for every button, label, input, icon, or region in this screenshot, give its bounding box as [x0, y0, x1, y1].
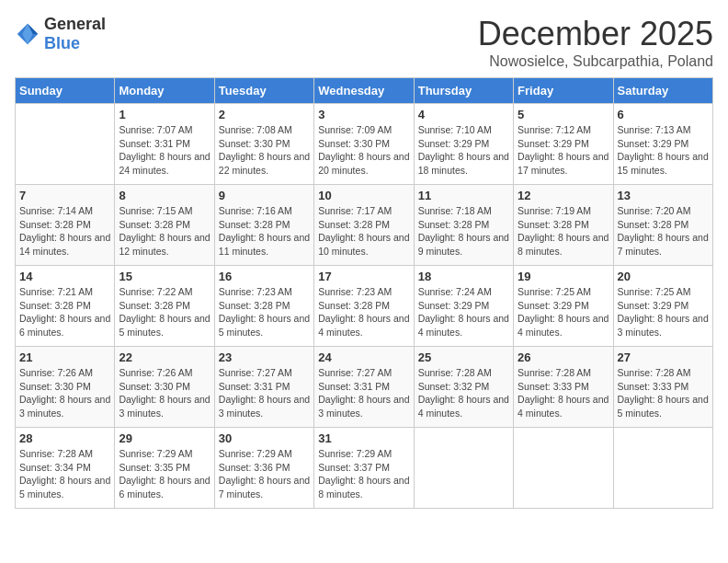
calendar-week-row: 28Sunrise: 7:28 AMSunset: 3:34 PMDayligh…: [16, 428, 713, 509]
calendar-cell: 30Sunrise: 7:29 AMSunset: 3:36 PMDayligh…: [214, 428, 313, 509]
day-number: 25: [418, 350, 509, 364]
weekday-header-thursday: Thursday: [414, 78, 513, 104]
day-info: Sunrise: 7:10 AMSunset: 3:29 PMDaylight:…: [418, 123, 509, 178]
day-info: Sunrise: 7:26 AMSunset: 3:30 PMDaylight:…: [119, 366, 210, 420]
calendar-cell: 25Sunrise: 7:28 AMSunset: 3:32 PMDayligh…: [414, 347, 513, 428]
calendar-week-row: 21Sunrise: 7:26 AMSunset: 3:30 PMDayligh…: [16, 347, 713, 428]
logo: General Blue: [15, 15, 106, 53]
calendar-cell: 11Sunrise: 7:18 AMSunset: 3:28 PMDayligh…: [414, 185, 513, 266]
logo-general: General: [44, 15, 106, 33]
calendar-cell: 7Sunrise: 7:14 AMSunset: 3:28 PMDaylight…: [16, 185, 115, 266]
calendar-cell: 16Sunrise: 7:23 AMSunset: 3:28 PMDayligh…: [214, 266, 313, 347]
day-info: Sunrise: 7:09 AMSunset: 3:30 PMDaylight:…: [318, 123, 409, 178]
calendar-cell: 8Sunrise: 7:15 AMSunset: 3:28 PMDaylight…: [115, 185, 214, 266]
location-title: Nowosielce, Subcarpathia, Poland: [478, 53, 713, 70]
day-info: Sunrise: 7:21 AMSunset: 3:28 PMDaylight:…: [19, 285, 110, 339]
day-info: Sunrise: 7:24 AMSunset: 3:29 PMDaylight:…: [418, 285, 509, 339]
calendar-cell: 18Sunrise: 7:24 AMSunset: 3:29 PMDayligh…: [414, 266, 513, 347]
calendar-week-row: 7Sunrise: 7:14 AMSunset: 3:28 PMDaylight…: [16, 185, 713, 266]
weekday-header-friday: Friday: [514, 78, 613, 104]
day-info: Sunrise: 7:28 AMSunset: 3:33 PMDaylight:…: [518, 366, 609, 420]
calendar-cell: 12Sunrise: 7:19 AMSunset: 3:28 PMDayligh…: [514, 185, 613, 266]
calendar-cell: 3Sunrise: 7:09 AMSunset: 3:30 PMDaylight…: [314, 104, 414, 185]
day-number: 5: [518, 108, 609, 121]
calendar-week-row: 14Sunrise: 7:21 AMSunset: 3:28 PMDayligh…: [16, 266, 713, 347]
calendar-cell: 1Sunrise: 7:07 AMSunset: 3:31 PMDaylight…: [115, 104, 214, 185]
page-header: General Blue December 2025 Nowosielce, S…: [15, 15, 713, 70]
weekday-header-monday: Monday: [115, 78, 214, 104]
day-number: 16: [219, 270, 310, 283]
day-number: 22: [119, 350, 210, 364]
day-number: 20: [618, 270, 709, 283]
calendar-table: SundayMondayTuesdayWednesdayThursdayFrid…: [15, 77, 713, 509]
day-info: Sunrise: 7:14 AMSunset: 3:28 PMDaylight:…: [19, 204, 110, 259]
day-number: 1: [119, 108, 210, 121]
day-info: Sunrise: 7:07 AMSunset: 3:31 PMDaylight:…: [119, 123, 210, 178]
day-info: Sunrise: 7:25 AMSunset: 3:29 PMDaylight:…: [618, 285, 709, 339]
day-number: 30: [219, 431, 310, 445]
day-info: Sunrise: 7:26 AMSunset: 3:30 PMDaylight:…: [19, 366, 110, 420]
day-info: Sunrise: 7:29 AMSunset: 3:36 PMDaylight:…: [219, 447, 310, 501]
day-info: Sunrise: 7:28 AMSunset: 3:32 PMDaylight:…: [418, 366, 509, 420]
day-info: Sunrise: 7:28 AMSunset: 3:34 PMDaylight:…: [19, 447, 110, 501]
day-info: Sunrise: 7:27 AMSunset: 3:31 PMDaylight:…: [219, 366, 310, 420]
logo-blue: Blue: [44, 34, 80, 52]
day-number: 4: [418, 108, 509, 121]
day-info: Sunrise: 7:25 AMSunset: 3:29 PMDaylight:…: [518, 285, 609, 339]
day-number: 6: [618, 108, 709, 121]
day-number: 21: [19, 350, 110, 364]
calendar-cell: 9Sunrise: 7:16 AMSunset: 3:28 PMDaylight…: [214, 185, 313, 266]
day-info: Sunrise: 7:16 AMSunset: 3:28 PMDaylight:…: [219, 204, 310, 259]
day-number: 8: [119, 189, 210, 202]
day-number: 13: [618, 189, 709, 202]
day-number: 3: [318, 108, 409, 121]
day-info: Sunrise: 7:12 AMSunset: 3:29 PMDaylight:…: [518, 123, 609, 178]
logo-text: General Blue: [44, 15, 106, 53]
day-info: Sunrise: 7:08 AMSunset: 3:30 PMDaylight:…: [219, 123, 310, 178]
day-number: 11: [418, 189, 509, 202]
calendar-cell: [16, 104, 115, 185]
weekday-header-row: SundayMondayTuesdayWednesdayThursdayFrid…: [16, 78, 713, 104]
weekday-header-sunday: Sunday: [16, 78, 115, 104]
day-info: Sunrise: 7:19 AMSunset: 3:28 PMDaylight:…: [518, 204, 609, 259]
day-number: 7: [19, 189, 110, 202]
day-number: 15: [119, 270, 210, 283]
day-number: 29: [119, 431, 210, 445]
calendar-cell: [514, 428, 613, 509]
day-info: Sunrise: 7:29 AMSunset: 3:35 PMDaylight:…: [119, 447, 210, 501]
day-number: 9: [219, 189, 310, 202]
calendar-cell: 19Sunrise: 7:25 AMSunset: 3:29 PMDayligh…: [514, 266, 613, 347]
month-title: December 2025: [478, 15, 713, 53]
day-number: 14: [19, 270, 110, 283]
calendar-cell: 14Sunrise: 7:21 AMSunset: 3:28 PMDayligh…: [16, 266, 115, 347]
day-info: Sunrise: 7:13 AMSunset: 3:29 PMDaylight:…: [618, 123, 709, 178]
day-info: Sunrise: 7:23 AMSunset: 3:28 PMDaylight:…: [318, 285, 409, 339]
calendar-cell: 27Sunrise: 7:28 AMSunset: 3:33 PMDayligh…: [613, 347, 712, 428]
calendar-cell: 2Sunrise: 7:08 AMSunset: 3:30 PMDaylight…: [214, 104, 313, 185]
day-info: Sunrise: 7:22 AMSunset: 3:28 PMDaylight:…: [119, 285, 210, 339]
day-info: Sunrise: 7:15 AMSunset: 3:28 PMDaylight:…: [119, 204, 210, 259]
calendar-cell: 5Sunrise: 7:12 AMSunset: 3:29 PMDaylight…: [514, 104, 613, 185]
day-number: 24: [318, 350, 409, 364]
day-info: Sunrise: 7:28 AMSunset: 3:33 PMDaylight:…: [618, 366, 709, 420]
day-info: Sunrise: 7:29 AMSunset: 3:37 PMDaylight:…: [318, 447, 409, 501]
calendar-week-row: 1Sunrise: 7:07 AMSunset: 3:31 PMDaylight…: [16, 104, 713, 185]
weekday-header-tuesday: Tuesday: [214, 78, 313, 104]
day-number: 23: [219, 350, 310, 364]
day-number: 17: [318, 270, 409, 283]
day-number: 28: [19, 431, 110, 445]
day-number: 26: [518, 350, 609, 364]
calendar-cell: 10Sunrise: 7:17 AMSunset: 3:28 PMDayligh…: [314, 185, 414, 266]
svg-marker-2: [22, 24, 32, 44]
calendar-cell: 22Sunrise: 7:26 AMSunset: 3:30 PMDayligh…: [115, 347, 214, 428]
calendar-cell: 13Sunrise: 7:20 AMSunset: 3:28 PMDayligh…: [613, 185, 712, 266]
calendar-cell: [613, 428, 712, 509]
day-number: 27: [618, 350, 709, 364]
calendar-cell: 4Sunrise: 7:10 AMSunset: 3:29 PMDaylight…: [414, 104, 513, 185]
calendar-cell: 17Sunrise: 7:23 AMSunset: 3:28 PMDayligh…: [314, 266, 414, 347]
day-info: Sunrise: 7:23 AMSunset: 3:28 PMDaylight:…: [219, 285, 310, 339]
day-info: Sunrise: 7:27 AMSunset: 3:31 PMDaylight:…: [318, 366, 409, 420]
day-info: Sunrise: 7:17 AMSunset: 3:28 PMDaylight:…: [318, 204, 409, 259]
day-number: 18: [418, 270, 509, 283]
calendar-cell: 31Sunrise: 7:29 AMSunset: 3:37 PMDayligh…: [314, 428, 414, 509]
